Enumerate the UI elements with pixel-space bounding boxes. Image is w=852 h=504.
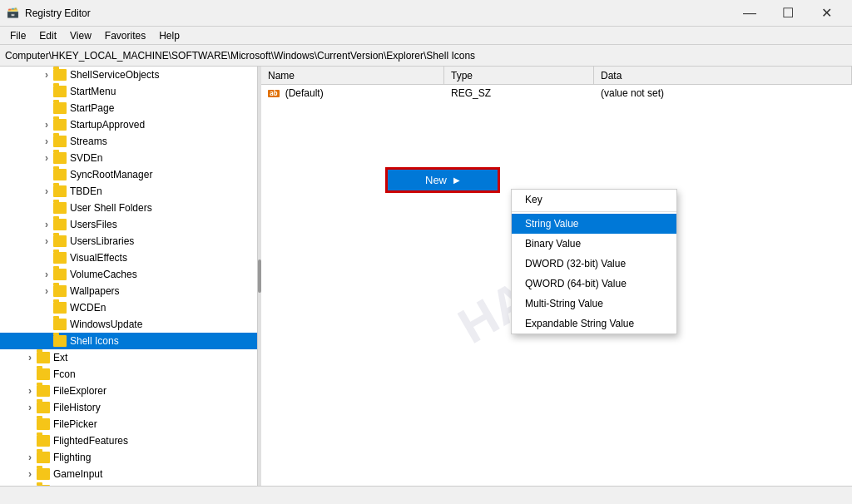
context-menu-item[interactable]: Expandable String Value xyxy=(512,314,676,334)
chevron-icon: › xyxy=(40,118,53,131)
tree-item[interactable]: GameInstaller xyxy=(0,482,257,486)
tree-item[interactable]: ›Wallpapers xyxy=(0,283,257,299)
tree-item[interactable]: ›FileExplorer xyxy=(0,383,257,399)
folder-icon xyxy=(53,285,67,297)
folder-icon xyxy=(37,468,50,480)
folder-icon xyxy=(37,435,50,447)
menu-view[interactable]: View xyxy=(63,28,98,43)
title-bar: 🗃️ Registry Editor — ☐ ✕ xyxy=(0,0,852,27)
context-menu-item[interactable]: DWORD (32-bit) Value xyxy=(512,254,676,274)
tree-item-label: User Shell Folders xyxy=(70,202,152,214)
context-menu-item[interactable]: QWORD (64-bit) Value xyxy=(512,274,676,294)
folder-icon xyxy=(53,169,67,180)
col-header-type[interactable]: Type xyxy=(444,67,594,84)
folder-icon xyxy=(53,319,67,330)
tree-item[interactable]: WCDEn xyxy=(0,299,257,316)
tree-item[interactable]: ›Streams xyxy=(0,133,257,150)
tree-item[interactable]: ›UsersLibraries xyxy=(0,233,257,250)
chevron-icon: › xyxy=(40,235,53,248)
tree-item[interactable]: FilePicker xyxy=(0,416,257,432)
new-button-label: New xyxy=(425,174,447,186)
folder-icon xyxy=(53,185,67,197)
col-header-data[interactable]: Data xyxy=(594,67,852,84)
folder-icon xyxy=(53,235,67,247)
context-menu: KeyString ValueBinary ValueDWORD (32-bit… xyxy=(511,189,677,334)
context-menu-item[interactable]: Multi-String Value xyxy=(512,294,676,314)
tree-item[interactable]: ›TBDEn xyxy=(0,183,257,200)
tree-item[interactable]: Shell Icons xyxy=(0,333,257,349)
folder-icon xyxy=(53,335,67,347)
menu-edit[interactable]: Edit xyxy=(32,28,63,43)
tree-item[interactable]: StartPage xyxy=(0,100,257,116)
tree-item[interactable]: VisualEffects xyxy=(0,250,257,266)
tree-item[interactable]: WindowsUpdate xyxy=(0,316,257,333)
new-button[interactable]: New ▶ xyxy=(386,168,499,192)
tree-item-label: Flighting xyxy=(53,452,91,463)
folder-icon xyxy=(53,302,67,314)
tree-item-label: WCDEn xyxy=(70,302,106,314)
chevron-icon: › xyxy=(40,185,53,198)
table-row[interactable]: ab(Default)REG_SZ(value not set) xyxy=(261,85,852,101)
address-path: Computer\HKEY_LOCAL_MACHINE\SOFTWARE\Mic… xyxy=(5,50,475,62)
tree-item[interactable]: ›VolumeCaches xyxy=(0,266,257,283)
folder-icon xyxy=(53,119,67,131)
tree-item[interactable]: ›StartupApproved xyxy=(0,116,257,133)
tree-item-label: SyncRootManager xyxy=(70,169,152,180)
menu-bar: File Edit View Favorites Help xyxy=(0,27,852,45)
tree-item[interactable]: ›GameInput xyxy=(0,466,257,482)
context-menu-item[interactable]: Key xyxy=(512,190,676,210)
context-menu-divider xyxy=(512,211,676,212)
tree-item[interactable]: ›Flighting xyxy=(0,449,257,466)
tree-item[interactable]: StartMenu xyxy=(0,83,257,100)
tree-item-label: StartMenu xyxy=(70,86,116,97)
tree-item-label: Ext xyxy=(53,352,67,363)
cell-type: REG_SZ xyxy=(444,87,594,99)
folder-icon xyxy=(37,402,50,413)
chevron-icon: › xyxy=(40,135,53,148)
address-bar: Computer\HKEY_LOCAL_MACHINE\SOFTWARE\Mic… xyxy=(0,45,852,67)
folder-icon xyxy=(37,452,50,463)
tree-item[interactable]: ›SVDEn xyxy=(0,150,257,166)
table-body: ab(Default)REG_SZ(value not set) New ▶ K… xyxy=(261,85,852,486)
folder-icon xyxy=(53,219,67,230)
menu-file[interactable]: File xyxy=(3,28,32,43)
close-button[interactable]: ✕ xyxy=(807,0,845,27)
menu-help[interactable]: Help xyxy=(152,28,186,43)
chevron-icon xyxy=(23,484,37,486)
tree-item-label: GameInstaller xyxy=(53,485,116,486)
folder-icon xyxy=(37,385,50,397)
minimize-button[interactable]: — xyxy=(731,0,769,27)
tree-item[interactable]: SyncRootManager xyxy=(0,166,257,183)
chevron-icon: › xyxy=(23,401,37,414)
folder-icon xyxy=(37,352,50,363)
tree-item-label: SVDEn xyxy=(70,152,102,164)
tree-item[interactable]: User Shell Folders xyxy=(0,200,257,216)
context-menu-item[interactable]: String Value xyxy=(512,214,676,234)
tree-item[interactable]: ›FileHistory xyxy=(0,399,257,416)
menu-favorites[interactable]: Favorites xyxy=(98,28,152,43)
tree-item[interactable]: FlightedFeatures xyxy=(0,432,257,449)
tree-item[interactable]: ›ShellServiceObjects xyxy=(0,67,257,83)
col-header-name[interactable]: Name xyxy=(261,67,444,84)
tree-item-label: Wallpapers xyxy=(70,285,120,297)
tree-item-label: FlightedFeatures xyxy=(53,435,128,447)
context-menu-item[interactable]: Binary Value xyxy=(512,234,676,254)
folder-icon xyxy=(37,485,50,486)
new-button-area: New ▶ xyxy=(386,168,499,192)
tree-item-label: UsersFiles xyxy=(70,219,117,230)
tree-item[interactable]: ›Ext xyxy=(0,349,257,366)
title-bar-text: Registry Editor xyxy=(25,7,731,19)
maximize-button[interactable]: ☐ xyxy=(769,0,807,27)
tree-item-label: WindowsUpdate xyxy=(70,319,142,330)
tree-item-label: VisualEffects xyxy=(70,252,127,264)
chevron-icon: › xyxy=(23,384,37,398)
tree-item[interactable]: ›UsersFiles xyxy=(0,216,257,233)
chevron-icon xyxy=(40,101,53,115)
tree-scroll[interactable]: ›ShellServiceObjectsStartMenuStartPage›S… xyxy=(0,67,257,486)
chevron-icon: › xyxy=(23,451,37,464)
chevron-icon xyxy=(40,251,53,264)
chevron-icon: › xyxy=(23,467,37,481)
tree-item-label: Streams xyxy=(70,136,107,147)
chevron-icon: › xyxy=(40,218,53,231)
tree-item[interactable]: Fcon xyxy=(0,366,257,383)
